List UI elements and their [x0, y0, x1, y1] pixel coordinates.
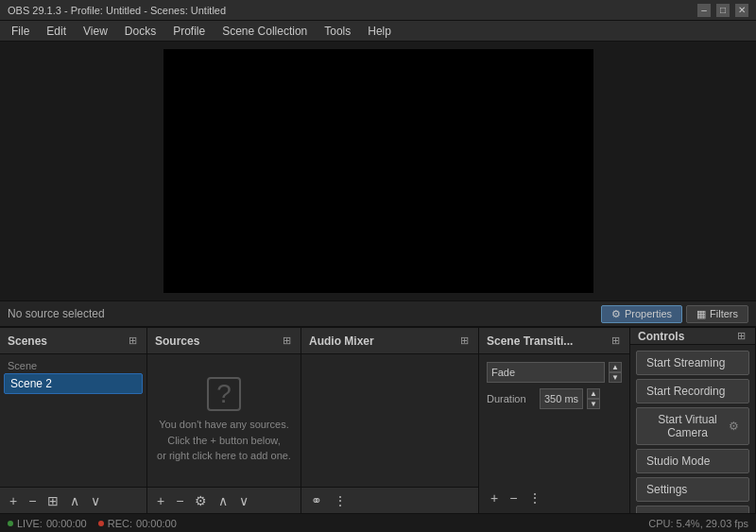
menu-docks[interactable]: Docks: [117, 23, 163, 40]
virtual-camera-settings-icon: ⚙: [729, 420, 739, 433]
menu-edit[interactable]: Edit: [39, 23, 74, 40]
scene-item-scene2[interactable]: Scene 2: [4, 373, 143, 394]
move-scene-up-button[interactable]: ∧: [66, 491, 83, 510]
scene-transitions-panel: Scene Transiti... ⊞ Fade Cut Swipe Slide…: [479, 328, 630, 513]
live-time: 00:00:00: [46, 518, 87, 529]
scene-options-button[interactable]: ⊞: [43, 491, 62, 510]
transition-content: Fade Cut Swipe Slide Stinger Luma Wipe ▲…: [479, 354, 629, 489]
duration-spinner: ▲ ▼: [587, 388, 600, 409]
settings-label: Settings: [646, 483, 687, 496]
start-recording-label: Start Recording: [646, 385, 725, 398]
menu-scene-collection[interactable]: Scene Collection: [215, 23, 315, 40]
audio-mixer-content: [301, 354, 478, 487]
rec-time: 00:00:00: [136, 518, 177, 529]
transition-type-up-button[interactable]: ▲: [609, 362, 622, 372]
add-transition-button[interactable]: +: [487, 489, 502, 507]
audio-mixer-panel-title: Audio Mixer: [309, 335, 374, 348]
remove-transition-button[interactable]: −: [506, 489, 521, 507]
menubar: File Edit View Docks Profile Scene Colle…: [0, 21, 756, 42]
duration-label: Duration: [487, 393, 536, 404]
cpu-status: CPU: 5.4%, 29.03 fps: [648, 518, 748, 529]
scenes-panel-options-button[interactable]: ⊞: [127, 333, 139, 349]
source-properties-button[interactable]: ⚙: [191, 491, 211, 510]
menu-file[interactable]: File: [4, 23, 37, 40]
live-label: LIVE:: [17, 518, 43, 529]
scene-transitions-panel-options-button[interactable]: ⊞: [610, 333, 622, 349]
audio-mixer-link-button[interactable]: ⚭: [307, 491, 326, 510]
transition-type-down-button[interactable]: ▼: [609, 372, 622, 383]
properties-label: Properties: [625, 308, 672, 319]
start-streaming-button[interactable]: Start Streaming: [636, 351, 749, 375]
preview-container: [0, 42, 756, 300]
rec-label: REC:: [108, 518, 132, 529]
minimize-button[interactable]: –: [697, 4, 711, 17]
transition-footer: + − ⋮: [479, 489, 629, 513]
remove-source-button[interactable]: −: [172, 491, 187, 510]
audio-mixer-more-button[interactable]: ⋮: [330, 491, 351, 510]
menu-help[interactable]: Help: [360, 23, 399, 40]
controls-panel-options-button[interactable]: ⊞: [735, 328, 747, 344]
studio-mode-label: Studio Mode: [646, 455, 710, 468]
transition-more-button[interactable]: ⋮: [524, 489, 545, 507]
scene-transitions-panel-title: Scene Transiti...: [487, 335, 573, 348]
transition-type-row: Fade Cut Swipe Slide Stinger Luma Wipe ▲…: [487, 362, 622, 383]
settings-button[interactable]: Settings: [636, 477, 749, 502]
controls-panel: Controls ⊞ Start Streaming Start Recordi…: [630, 328, 756, 513]
menu-view[interactable]: View: [76, 23, 115, 40]
studio-mode-button[interactable]: Studio Mode: [636, 449, 749, 473]
no-sources-icon: ?: [207, 377, 241, 411]
scenes-panel-title: Scenes: [8, 335, 47, 348]
filters-button[interactable]: ▦ Filters: [686, 305, 748, 323]
controls-panel-header: Controls ⊞: [630, 328, 755, 345]
duration-down-button[interactable]: ▼: [587, 399, 600, 409]
no-source-label: No source selected: [8, 307, 597, 320]
duration-up-button[interactable]: ▲: [587, 388, 600, 399]
audio-mixer-panel-options-button[interactable]: ⊞: [458, 333, 471, 349]
transition-type-select[interactable]: Fade Cut Swipe Slide Stinger Luma Wipe: [487, 362, 605, 383]
sources-panel-options-button[interactable]: ⊞: [281, 333, 293, 349]
filters-label: Filters: [710, 308, 738, 319]
close-button[interactable]: ✕: [735, 4, 748, 17]
controls-panel-title: Controls: [638, 330, 684, 343]
titlebar-title: OBS 29.1.3 - Profile: Untitled - Scenes:…: [8, 5, 226, 16]
add-scene-button[interactable]: +: [6, 491, 21, 510]
transition-type-spinner: ▲ ▼: [609, 362, 622, 383]
sources-panel: Sources ⊞ ? You don't have any sources.C…: [147, 328, 301, 513]
live-status: LIVE: 00:00:00: [8, 518, 87, 529]
duration-input[interactable]: [540, 388, 583, 409]
add-source-button[interactable]: +: [153, 491, 168, 510]
properties-icon: ⚙: [611, 308, 621, 320]
audio-mixer-footer: ⚭ ⋮: [301, 487, 478, 513]
sources-empty-text: You don't have any sources.Click the + b…: [157, 417, 291, 464]
menu-profile[interactable]: Profile: [165, 23, 213, 40]
live-status-dot: [8, 521, 13, 526]
start-streaming-label: Start Streaming: [646, 356, 725, 369]
audio-mixer-panel: Audio Mixer ⊞ ⚭ ⋮: [301, 328, 479, 513]
move-source-up-button[interactable]: ∧: [215, 491, 232, 510]
transition-duration-row: Duration ▲ ▼: [487, 388, 622, 409]
remove-scene-button[interactable]: −: [25, 491, 40, 510]
preview-screen: [163, 49, 593, 293]
properties-button[interactable]: ⚙ Properties: [601, 305, 682, 323]
bottom-panels: Scenes ⊞ Scene Scene 2 + − ⊞ ∧ ∨ Sources…: [0, 327, 756, 513]
titlebar: OBS 29.1.3 - Profile: Untitled - Scenes:…: [0, 0, 756, 21]
rec-status: REC: 00:00:00: [98, 518, 177, 529]
audio-mixer-panel-header: Audio Mixer ⊞: [301, 328, 478, 354]
move-scene-down-button[interactable]: ∨: [87, 491, 104, 510]
maximize-button[interactable]: □: [716, 4, 730, 17]
properties-bar: No source selected ⚙ Properties ▦ Filter…: [0, 300, 756, 327]
start-virtual-camera-label: Start Virtual Camera: [646, 413, 729, 439]
rec-status-dot: [98, 521, 104, 526]
move-source-down-button[interactable]: ∨: [235, 491, 252, 510]
sources-panel-footer: + − ⚙ ∧ ∨: [147, 487, 301, 513]
scenes-panel: Scenes ⊞ Scene Scene 2 + − ⊞ ∧ ∨: [0, 328, 147, 513]
controls-content: Start Streaming Start Recording Start Vi…: [630, 345, 755, 532]
start-recording-button[interactable]: Start Recording: [636, 379, 749, 403]
scenes-panel-header: Scenes ⊞: [0, 328, 146, 354]
scenes-panel-content: Scene Scene 2: [0, 354, 146, 487]
statusbar: LIVE: 00:00:00 REC: 00:00:00 CPU: 5.4%, …: [0, 513, 756, 532]
cpu-label: CPU: 5.4%, 29.03 fps: [648, 518, 748, 529]
scene-transitions-panel-header: Scene Transiti... ⊞: [479, 328, 629, 354]
start-virtual-camera-button[interactable]: Start Virtual Camera ⚙: [636, 407, 749, 445]
menu-tools[interactable]: Tools: [317, 23, 358, 40]
